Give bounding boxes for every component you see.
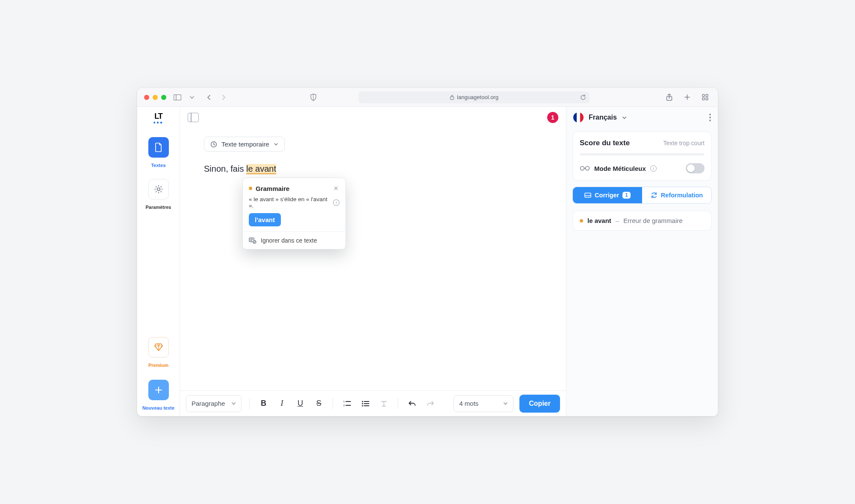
strikethrough-button[interactable]: S <box>313 396 325 411</box>
popover-explanation: « le avant » s'élide en « l'avant ». <box>249 196 330 209</box>
language-label: Français <box>589 114 617 121</box>
chevron-down-icon <box>231 401 236 406</box>
ordered-list-button[interactable]: 12 <box>341 396 353 411</box>
chevron-down-icon[interactable] <box>622 115 627 120</box>
picky-mode-row: Mode Méticuleux i <box>580 163 705 173</box>
window-close-button[interactable] <box>144 95 149 100</box>
panel-toggle-icon[interactable] <box>188 113 199 122</box>
texts-nav-button[interactable] <box>148 137 169 158</box>
popover-close-button[interactable]: ✕ <box>333 184 339 193</box>
reload-icon[interactable] <box>580 94 586 100</box>
diamond-icon <box>154 343 163 352</box>
svg-rect-4 <box>702 94 705 97</box>
paragraph-style-label: Paragraphe <box>192 400 225 407</box>
svg-point-15 <box>362 403 363 404</box>
tab-correct[interactable]: Corriger 1 <box>573 187 642 203</box>
editor-footer: Paragraphe B I U S 12 <box>180 390 566 416</box>
ignore-icon <box>249 237 256 244</box>
app-logo-text: LT <box>154 112 162 120</box>
glasses-icon <box>580 165 590 171</box>
picky-mode-toggle[interactable] <box>686 163 705 173</box>
nav-back-button[interactable] <box>203 92 215 103</box>
sidebar-menu-button[interactable] <box>709 114 711 121</box>
issue-dot-icon <box>580 219 583 223</box>
url-bar[interactable]: languagetool.org <box>359 91 590 103</box>
document-text[interactable]: Sinon, fais le avant <box>204 162 542 176</box>
tab-reformulate[interactable]: Reformulation <box>642 187 711 203</box>
paragraph-style-select[interactable]: Paragraphe <box>186 395 242 412</box>
chevron-down-icon <box>503 401 508 406</box>
separator <box>249 398 250 409</box>
grammar-highlight[interactable]: le avant <box>246 164 276 174</box>
correct-icon <box>584 193 591 198</box>
separator <box>398 398 398 409</box>
settings-nav-button[interactable] <box>148 179 169 199</box>
undo-button[interactable] <box>406 396 418 411</box>
shield-icon[interactable] <box>307 92 319 103</box>
svg-rect-0 <box>174 94 181 100</box>
issue-term: le avant <box>587 217 611 224</box>
svg-rect-19 <box>585 193 591 197</box>
sidebar-header: Français <box>566 107 718 128</box>
suggestion-button[interactable]: l'avant <box>249 213 281 226</box>
svg-rect-6 <box>702 98 705 100</box>
left-rail: LT Textes Paramètres Premium Nouveau t <box>137 107 180 416</box>
copy-button-label: Copier <box>529 400 551 407</box>
clock-icon <box>210 141 217 148</box>
right-sidebar: Français Score du texte Texte trop court… <box>566 107 718 416</box>
titlebar-right <box>663 92 711 103</box>
new-text-button[interactable] <box>148 380 169 400</box>
picky-mode-label: Mode Méticuleux <box>594 165 646 172</box>
editor-header: 1 <box>180 107 566 128</box>
url-text: languagetool.org <box>457 94 498 100</box>
word-count-label: 4 mots <box>459 400 478 407</box>
editor-column: 1 Texte temporaire Sinon, fais le avant … <box>180 107 566 416</box>
word-count-select[interactable]: 4 mots <box>454 395 513 412</box>
score-card: Score du texte Texte trop court Mode Mét… <box>572 132 712 181</box>
settings-nav-label: Paramètres <box>146 205 171 210</box>
sidebar-toggle-icon[interactable] <box>171 92 183 103</box>
app-logo[interactable]: LT <box>154 112 162 121</box>
language-select[interactable]: Français <box>589 114 617 121</box>
svg-point-17 <box>581 167 584 170</box>
editor-body: Texte temporaire Sinon, fais le avant Gr… <box>180 128 566 390</box>
copy-button[interactable]: Copier <box>519 395 560 413</box>
chevron-down-icon <box>274 142 278 147</box>
premium-label: Premium <box>148 363 168 368</box>
premium-button[interactable] <box>148 337 169 357</box>
document-title-button[interactable]: Texte temporaire <box>204 137 285 152</box>
redo-button[interactable] <box>424 396 436 411</box>
window-minimize-button[interactable] <box>153 95 158 100</box>
svg-point-14 <box>362 401 363 402</box>
plus-icon <box>155 386 162 394</box>
nav-forward-button[interactable] <box>218 92 230 103</box>
tab-overview-icon[interactable] <box>699 92 711 103</box>
browser-window: languagetool.org LT <box>137 88 718 416</box>
popover-header: Grammaire ✕ <box>243 178 345 194</box>
svg-rect-2 <box>451 97 454 100</box>
unordered-list-button[interactable] <box>359 396 371 411</box>
tab-correct-count: 1 <box>622 192 631 199</box>
svg-point-8 <box>157 188 159 190</box>
info-icon[interactable]: i <box>333 199 339 206</box>
svg-rect-5 <box>706 94 708 97</box>
svg-text:1: 1 <box>343 400 345 403</box>
score-progress-bar <box>580 153 705 155</box>
error-count-value: 1 <box>551 114 554 121</box>
popover-description-row: « le avant » s'élide en « l'avant ». i <box>243 194 345 213</box>
share-icon[interactable] <box>663 92 675 103</box>
window-maximize-button[interactable] <box>161 95 166 100</box>
clear-format-button[interactable] <box>377 396 390 411</box>
chevron-down-icon[interactable] <box>186 92 198 103</box>
new-tab-icon[interactable] <box>681 92 693 103</box>
bold-button[interactable]: B <box>257 396 270 411</box>
issue-item[interactable]: le avant – Erreur de grammaire <box>572 211 712 231</box>
italic-button[interactable]: I <box>276 396 288 411</box>
ignore-button[interactable]: Ignorer dans ce texte <box>243 232 345 249</box>
error-count-badge[interactable]: 1 <box>547 112 558 123</box>
app-body: LT Textes Paramètres Premium Nouveau t <box>137 107 718 416</box>
lock-icon <box>450 94 454 100</box>
info-icon[interactable]: i <box>650 165 657 172</box>
underline-button[interactable]: U <box>294 396 307 411</box>
document-icon <box>154 143 163 152</box>
